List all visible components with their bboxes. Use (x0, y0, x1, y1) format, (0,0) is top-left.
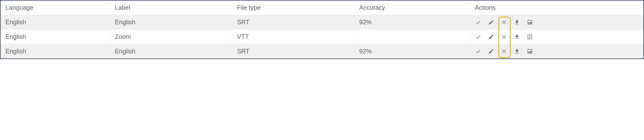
cell-label: English (110, 44, 232, 59)
cell-accuracy: 92% (354, 44, 470, 59)
cell-filetype: SRT (232, 15, 354, 30)
cell-actions (470, 30, 644, 44)
header-accuracy: Accuracy (354, 0, 470, 15)
edit-button[interactable] (488, 19, 494, 26)
header-language: Language (0, 0, 110, 15)
approve-button[interactable] (475, 34, 482, 40)
approve-button[interactable] (475, 19, 482, 26)
header-label: Label (110, 0, 232, 15)
view-button[interactable] (526, 19, 533, 26)
cell-language: English (0, 15, 110, 30)
view-button[interactable] (526, 34, 533, 40)
captions-table: Language Label File type Accuracy Action… (0, 0, 644, 58)
cell-accuracy (354, 30, 470, 44)
check-icon (475, 48, 481, 54)
cell-label: English (110, 15, 232, 30)
edit-view-icon (527, 48, 533, 54)
delete-button[interactable] (501, 48, 507, 55)
cell-label: Zoom (110, 30, 232, 44)
pencil-icon (488, 48, 494, 54)
close-icon (501, 48, 507, 54)
header-actions: Actions (470, 0, 644, 15)
pencil-icon (488, 34, 494, 40)
download-button[interactable] (514, 19, 520, 26)
header-filetype: File type (232, 0, 354, 15)
captions-table-container: Language Label File type Accuracy Action… (0, 0, 644, 59)
table-row: EnglishEnglishSRT92% (0, 44, 644, 59)
play-view-icon (527, 34, 533, 40)
cell-language: English (0, 30, 110, 44)
close-icon (501, 34, 507, 40)
table-row: EnglishEnglishSRT92% (0, 15, 644, 30)
download-button[interactable] (514, 48, 520, 55)
cell-actions (470, 15, 644, 30)
delete-button[interactable] (501, 19, 507, 26)
actions-wrapper (475, 48, 640, 55)
approve-button[interactable] (475, 48, 482, 55)
cell-filetype: SRT (232, 44, 354, 59)
download-icon (514, 19, 520, 25)
delete-button[interactable] (501, 34, 507, 40)
download-icon (514, 34, 520, 40)
cell-actions (470, 44, 644, 59)
cell-filetype: VTT (232, 30, 354, 44)
cell-language: English (0, 44, 110, 59)
view-button[interactable] (526, 48, 533, 55)
close-icon (501, 19, 507, 25)
table-row: EnglishZoomVTT (0, 30, 644, 44)
download-button[interactable] (514, 34, 520, 40)
table-header-row: Language Label File type Accuracy Action… (0, 0, 644, 15)
actions-wrapper (475, 19, 640, 26)
actions-wrapper (475, 34, 640, 40)
edit-view-icon (527, 19, 533, 25)
check-icon (475, 19, 481, 25)
edit-button[interactable] (488, 34, 494, 40)
check-icon (475, 34, 481, 40)
edit-button[interactable] (488, 48, 494, 55)
pencil-icon (488, 19, 494, 25)
download-icon (514, 48, 520, 54)
cell-accuracy: 92% (354, 15, 470, 30)
